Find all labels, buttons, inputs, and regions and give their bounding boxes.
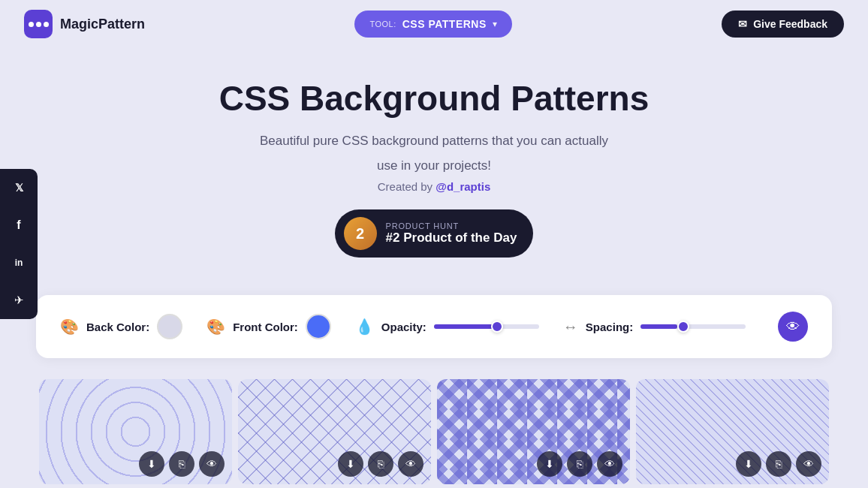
pattern-2-view-button[interactable]: 👁 bbox=[398, 451, 423, 477]
pattern-2-actions: ⬇ ⎘ 👁 bbox=[338, 451, 423, 477]
feedback-label: Give Feedback bbox=[753, 18, 827, 30]
product-hunt-text: PRODUCT HUNT #2 Product of the Day bbox=[386, 221, 517, 246]
pattern-4-copy-button[interactable]: ⎘ bbox=[766, 451, 791, 477]
hero-section: CSS Background Patterns Beautiful pure C… bbox=[0, 48, 868, 295]
telegram-share-button[interactable]: ✈ bbox=[0, 282, 38, 319]
opacity-track bbox=[434, 324, 539, 329]
hero-creator: Created by @d_raptis bbox=[15, 180, 853, 193]
pattern-2-copy-button[interactable]: ⎘ bbox=[368, 451, 393, 477]
copy-icon: ⎘ bbox=[577, 458, 583, 470]
opacity-control: 💧 Opacity: bbox=[355, 318, 539, 336]
pattern-3-actions: ⬇ ⎘ 👁 bbox=[537, 451, 622, 477]
copy-icon: ⎘ bbox=[776, 458, 782, 470]
logo[interactable]: MagicPattern bbox=[24, 10, 145, 38]
facebook-icon: f bbox=[17, 218, 20, 232]
twitter-icon: 𝕏 bbox=[15, 182, 23, 194]
pattern-3-copy-button[interactable]: ⎘ bbox=[567, 451, 592, 477]
pattern-4-download-button[interactable]: ⬇ bbox=[736, 451, 761, 477]
spacing-control: ↔ Spacing: bbox=[563, 318, 746, 336]
download-icon: ⬇ bbox=[744, 458, 753, 470]
pattern-1-download-button[interactable]: ⬇ bbox=[139, 451, 164, 477]
spacing-fill bbox=[640, 324, 677, 329]
creator-link[interactable]: @d_raptis bbox=[436, 180, 490, 193]
tool-name: CSS PATTERNS bbox=[402, 18, 487, 30]
opacity-thumb[interactable] bbox=[491, 321, 503, 333]
opacity-slider-container[interactable] bbox=[434, 324, 539, 329]
logo-dot-3 bbox=[44, 22, 49, 27]
spacing-slider-container[interactable] bbox=[640, 324, 746, 329]
creator-prefix: Created by bbox=[378, 180, 436, 193]
hero-subtitle-line2: use in your projects! bbox=[15, 155, 853, 176]
eye-icon: 👁 bbox=[803, 458, 814, 470]
eye-icon: 👁 bbox=[786, 319, 800, 335]
pattern-card-1[interactable]: ⬇ ⎘ 👁 bbox=[39, 379, 232, 484]
facebook-share-button[interactable]: f bbox=[0, 206, 38, 244]
product-hunt-label: PRODUCT HUNT bbox=[386, 221, 517, 230]
eye-icon: 👁 bbox=[206, 458, 217, 470]
front-color-label: Front Color: bbox=[233, 321, 298, 333]
pattern-card-4[interactable]: ⬇ ⎘ 👁 bbox=[636, 379, 829, 484]
spacing-label: Spacing: bbox=[586, 321, 633, 333]
pattern-grid: ⬇ ⎘ 👁 ⬇ ⎘ 👁 ⬇ bbox=[0, 358, 868, 487]
view-toggle-button[interactable]: 👁 bbox=[778, 312, 808, 342]
envelope-icon: ✉ bbox=[738, 18, 747, 30]
spacing-thumb[interactable] bbox=[677, 321, 689, 333]
give-feedback-button[interactable]: ✉ Give Feedback bbox=[722, 11, 844, 38]
download-icon: ⬇ bbox=[346, 458, 355, 470]
product-hunt-title: #2 Product of the Day bbox=[386, 230, 517, 246]
logo-icon bbox=[24, 10, 53, 38]
product-hunt-badge[interactable]: 2 PRODUCT HUNT #2 Product of the Day bbox=[335, 209, 534, 258]
pattern-1-copy-button[interactable]: ⎘ bbox=[169, 451, 194, 477]
brand-name: MagicPattern bbox=[60, 17, 145, 32]
copy-icon: ⎘ bbox=[179, 458, 185, 470]
linkedin-icon: in bbox=[15, 258, 23, 268]
pattern-3-view-button[interactable]: 👁 bbox=[597, 451, 622, 477]
back-color-label: Back Color: bbox=[86, 321, 149, 333]
hero-subtitle-line1: Beautiful pure CSS background patterns t… bbox=[15, 131, 853, 151]
telegram-icon: ✈ bbox=[14, 294, 24, 307]
logo-dot-1 bbox=[29, 22, 34, 27]
spacing-track bbox=[640, 324, 746, 329]
controls-bar: 🎨 Back Color: 🎨 Front Color: 💧 Opacity: … bbox=[36, 295, 832, 358]
spacing-icon: ↔ bbox=[563, 318, 578, 336]
opacity-icon: 💧 bbox=[355, 318, 374, 336]
tool-selector-button[interactable]: TOOL: CSS PATTERNS ▾ bbox=[354, 11, 511, 38]
social-sidebar: 𝕏 f in ✈ bbox=[0, 169, 38, 319]
page-title: CSS Background Patterns bbox=[15, 78, 853, 119]
download-icon: ⬇ bbox=[147, 458, 156, 470]
pattern-3-download-button[interactable]: ⬇ bbox=[537, 451, 562, 477]
pattern-card-2[interactable]: ⬇ ⎘ 👁 bbox=[238, 379, 431, 484]
linkedin-share-button[interactable]: in bbox=[0, 244, 38, 282]
back-color-control: 🎨 Back Color: bbox=[60, 314, 182, 339]
pattern-4-actions: ⬇ ⎘ 👁 bbox=[736, 451, 821, 477]
front-color-control: 🎨 Front Color: bbox=[206, 314, 331, 339]
chevron-down-icon: ▾ bbox=[493, 19, 497, 29]
download-icon: ⬇ bbox=[545, 458, 554, 470]
pattern-2-download-button[interactable]: ⬇ bbox=[338, 451, 363, 477]
opacity-label: Opacity: bbox=[381, 321, 426, 333]
pattern-1-view-button[interactable]: 👁 bbox=[199, 451, 225, 477]
pattern-4-view-button[interactable]: 👁 bbox=[796, 451, 821, 477]
back-color-swatch[interactable] bbox=[157, 314, 182, 339]
twitter-share-button[interactable]: 𝕏 bbox=[0, 169, 38, 206]
product-hunt-rank: 2 bbox=[356, 225, 364, 242]
pattern-1-actions: ⬇ ⎘ 👁 bbox=[139, 451, 225, 477]
navbar: MagicPattern TOOL: CSS PATTERNS ▾ ✉ Give… bbox=[0, 0, 868, 48]
front-color-icon: 🎨 bbox=[206, 318, 225, 336]
front-color-swatch[interactable] bbox=[306, 314, 331, 339]
eye-icon: 👁 bbox=[405, 458, 416, 470]
pattern-card-3[interactable]: ⬇ ⎘ 👁 bbox=[437, 379, 630, 484]
product-hunt-medal: 2 bbox=[344, 217, 377, 250]
eye-icon: 👁 bbox=[604, 458, 615, 470]
back-color-icon: 🎨 bbox=[60, 318, 79, 336]
tool-label: TOOL: bbox=[369, 20, 396, 29]
logo-dot-2 bbox=[36, 22, 41, 27]
copy-icon: ⎘ bbox=[378, 458, 384, 470]
opacity-fill bbox=[434, 324, 497, 329]
